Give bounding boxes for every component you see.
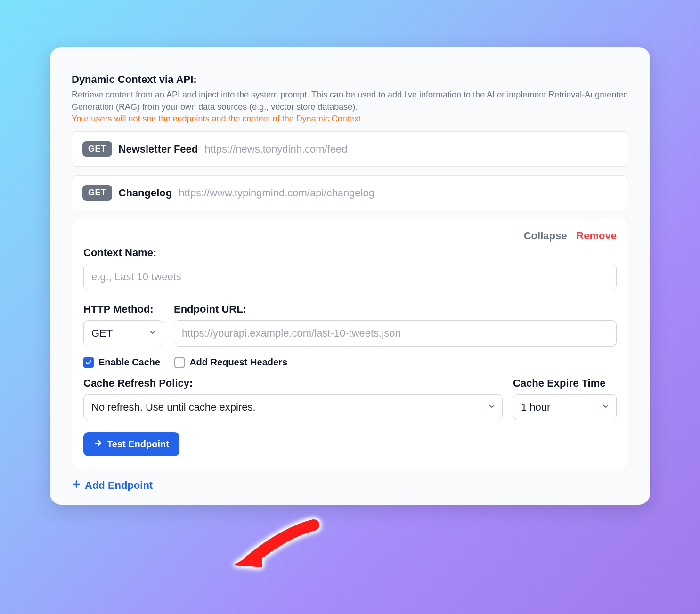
- svg-marker-3: [234, 549, 262, 567]
- cache-refresh-label: Cache Refresh Policy:: [83, 377, 503, 389]
- context-name-input[interactable]: [83, 264, 617, 290]
- checkbox-icon: [83, 357, 94, 368]
- section-warning: Your users will not see the endpoints an…: [72, 114, 628, 124]
- remove-button[interactable]: Remove: [576, 230, 617, 242]
- add-endpoint-button[interactable]: Add Endpoint: [72, 479, 153, 492]
- arrow-right-icon: [94, 439, 102, 450]
- plus-icon: [72, 479, 81, 492]
- endpoint-row[interactable]: GET Newsletter Feed https://news.tonydin…: [72, 131, 628, 167]
- section-title: Dynamic Context via API:: [72, 73, 628, 86]
- endpoint-row[interactable]: GET Changelog https://www.typingmind.com…: [72, 175, 628, 210]
- test-endpoint-button[interactable]: Test Endpoint: [83, 432, 179, 456]
- endpoint-url: https://news.tonydinh.com/feed: [204, 143, 347, 155]
- enable-cache-checkbox[interactable]: Enable Cache: [83, 357, 160, 368]
- endpoint-name: Changelog: [119, 187, 172, 199]
- enable-cache-label: Enable Cache: [98, 357, 160, 368]
- http-method-badge: GET: [82, 185, 112, 201]
- endpoint-name: Newsletter Feed: [119, 143, 198, 155]
- endpoint-url: https://www.typingmind.com/api/changelog: [179, 187, 374, 199]
- add-request-headers-checkbox[interactable]: Add Request Headers: [174, 357, 287, 368]
- endpoint-editor: Collapse Remove Context Name: HTTP Metho…: [72, 219, 628, 469]
- endpoint-url-label: Endpoint URL:: [174, 303, 617, 315]
- cache-expire-label: Cache Expire Time: [513, 377, 617, 389]
- add-request-headers-label: Add Request Headers: [189, 357, 287, 368]
- callout-arrow-icon: [229, 518, 323, 574]
- test-endpoint-label: Test Endpoint: [107, 439, 169, 450]
- context-name-label: Context Name:: [83, 247, 617, 259]
- endpoint-url-input[interactable]: [174, 320, 617, 347]
- cache-expire-select[interactable]: 1 hour: [513, 394, 617, 420]
- cache-refresh-select[interactable]: No refresh. Use until cache expires.: [83, 394, 503, 420]
- http-method-label: HTTP Method:: [83, 303, 163, 315]
- checkbox-icon: [174, 357, 185, 368]
- add-endpoint-label: Add Endpoint: [85, 479, 153, 492]
- dynamic-context-panel: Dynamic Context via API: Retrieve conten…: [50, 47, 650, 505]
- editor-actions: Collapse Remove: [83, 230, 617, 242]
- section-description: Retrieve content from an API and inject …: [72, 89, 628, 113]
- collapse-button[interactable]: Collapse: [524, 230, 567, 242]
- http-method-select[interactable]: GET: [83, 320, 163, 346]
- http-method-badge: GET: [82, 141, 112, 157]
